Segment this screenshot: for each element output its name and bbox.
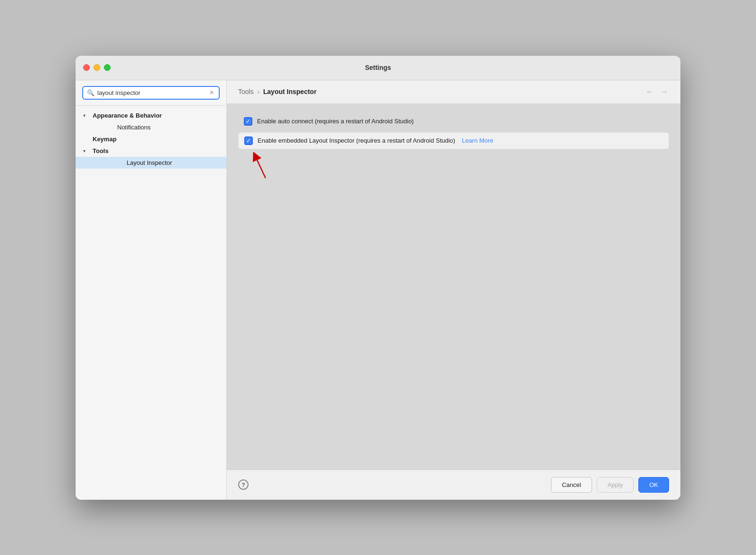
sidebar-item-label: Tools xyxy=(93,147,109,154)
help-button[interactable]: ? xyxy=(238,479,249,490)
sidebar-item-notifications[interactable]: Notifications xyxy=(76,121,226,133)
settings-panel: ✓ Enable auto connect (requires a restar… xyxy=(227,104,680,470)
breadcrumb-separator: › xyxy=(258,88,259,95)
embedded-inspector-checkbox[interactable]: ✓ xyxy=(244,137,253,145)
chevron-down-icon: ▾ xyxy=(83,148,91,154)
apply-button[interactable]: Apply xyxy=(597,477,634,493)
breadcrumb-parent: Tools xyxy=(238,88,254,95)
sidebar-item-appearance-behavior[interactable]: ▾ Appearance & Behavior xyxy=(76,110,226,121)
sidebar-item-tools[interactable]: ▾ Tools xyxy=(76,145,226,157)
help-icon-label: ? xyxy=(241,481,245,488)
traffic-lights xyxy=(83,64,111,71)
embedded-inspector-label: Enable embedded Layout Inspector (requir… xyxy=(258,137,455,144)
nav-arrows: ← → xyxy=(644,87,669,97)
option-row-embedded: ✓ Enable embedded Layout Inspector (requ… xyxy=(238,132,669,149)
checkmark-icon: ✓ xyxy=(246,119,250,124)
window-title: Settings xyxy=(365,64,391,71)
footer-left: ? xyxy=(238,479,249,490)
close-button[interactable] xyxy=(83,64,90,71)
auto-connect-checkbox[interactable]: ✓ xyxy=(244,117,252,126)
settings-window: Settings 🔍 ✕ ▾ Appearance & Behavior xyxy=(76,56,680,500)
sidebar: 🔍 ✕ ▾ Appearance & Behavior Notification… xyxy=(76,80,227,500)
sidebar-item-label: Keymap xyxy=(93,136,117,143)
search-clear-button[interactable]: ✕ xyxy=(208,89,215,96)
main-content: Tools › Layout Inspector ← → ✓ xyxy=(227,80,680,500)
checkmark-icon: ✓ xyxy=(246,138,251,144)
auto-connect-label: Enable auto connect (requires a restart … xyxy=(257,118,414,125)
red-arrow-svg xyxy=(251,152,280,180)
search-icon: 🔍 xyxy=(87,89,94,96)
back-button[interactable]: ← xyxy=(644,87,655,97)
footer-buttons: Cancel Apply OK xyxy=(551,477,669,493)
sidebar-item-keymap[interactable]: ▾ Keymap xyxy=(76,133,226,145)
forward-button[interactable]: → xyxy=(659,87,669,97)
annotation-arrow xyxy=(251,152,669,180)
cancel-button[interactable]: Cancel xyxy=(551,477,592,493)
titlebar: Settings xyxy=(76,56,680,80)
breadcrumb-current: Layout Inspector xyxy=(263,88,317,95)
window-body: 🔍 ✕ ▾ Appearance & Behavior Notification… xyxy=(76,80,680,500)
search-input[interactable] xyxy=(97,89,206,96)
sidebar-item-label: Appearance & Behavior xyxy=(93,112,162,119)
sidebar-item-label: Layout Inspector xyxy=(127,159,172,166)
search-input-wrapper: 🔍 ✕ xyxy=(82,86,220,100)
nav-tree: ▾ Appearance & Behavior Notifications ▾ … xyxy=(76,106,226,500)
breadcrumb: Tools › Layout Inspector xyxy=(238,88,317,95)
svg-line-1 xyxy=(255,156,266,178)
settings-options: ✓ Enable auto connect (requires a restar… xyxy=(238,113,669,180)
chevron-down-icon: ▾ xyxy=(83,113,91,118)
minimize-button[interactable] xyxy=(94,64,100,71)
sidebar-item-layout-inspector[interactable]: Layout Inspector xyxy=(76,157,226,169)
learn-more-link[interactable]: Learn More xyxy=(462,137,493,144)
option-row-auto-connect: ✓ Enable auto connect (requires a restar… xyxy=(238,113,669,129)
sidebar-item-label: Notifications xyxy=(117,124,151,131)
footer: ? Cancel Apply OK xyxy=(227,470,680,500)
search-bar: 🔍 ✕ xyxy=(76,80,226,106)
zoom-button[interactable] xyxy=(104,64,111,71)
ok-button[interactable]: OK xyxy=(638,477,669,493)
breadcrumb-bar: Tools › Layout Inspector ← → xyxy=(227,80,680,104)
